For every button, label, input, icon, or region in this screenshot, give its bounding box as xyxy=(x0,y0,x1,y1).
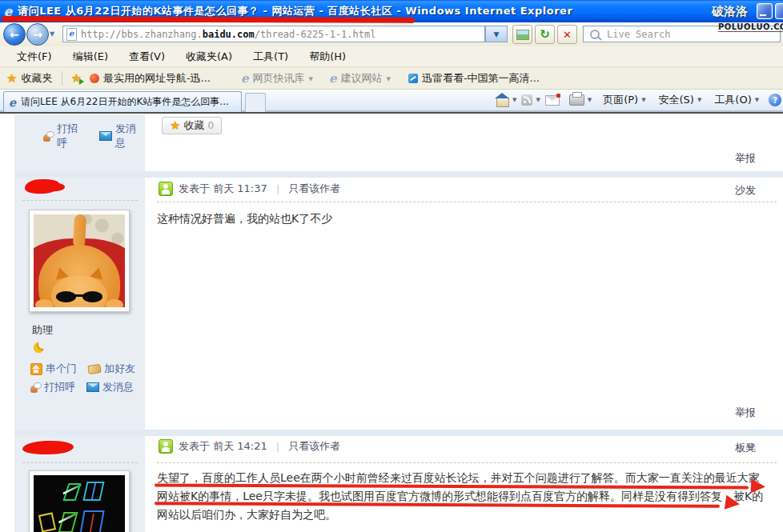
suggested-sites-button[interactable]: 建议网站 xyxy=(340,71,382,86)
page-menu-button[interactable]: 页面(P) xyxy=(603,93,638,107)
minimize-button[interactable] xyxy=(757,3,773,19)
history-dropdown-icon[interactable]: ▼ xyxy=(50,30,54,38)
avatar[interactable] xyxy=(29,470,130,532)
url-prefix: http://bbs.zhanzhang. xyxy=(81,29,203,40)
author-panel-top: 打招呼 发消息 xyxy=(14,114,145,171)
watermark-text: 破洛洛 xyxy=(712,4,748,19)
annotation-arrow-icon xyxy=(725,495,741,511)
favorites-bar: ★ 收藏夹 ★ 最实用的网址导航-迅... e 网页快讯库 ▼ e 建议网站 ▼… xyxy=(0,67,783,90)
favorites-label[interactable]: 收藏夹 xyxy=(21,71,52,86)
annotation-arrow-icon xyxy=(751,479,766,494)
greet-label: 打招呼 xyxy=(57,122,86,150)
post-dashed-divider xyxy=(157,202,777,202)
help-icon[interactable]: ? xyxy=(769,94,781,106)
report-link[interactable]: 举报 xyxy=(735,151,756,166)
print-dropdown-icon[interactable]: ▼ xyxy=(588,97,592,103)
address-dropdown-button[interactable]: ▼ xyxy=(485,26,508,42)
tools-dropdown-icon[interactable]: ▼ xyxy=(755,97,759,103)
menu-edit[interactable]: 编辑(E) xyxy=(62,47,118,66)
floor-label[interactable]: 沙发 xyxy=(735,183,756,198)
post-divider-band xyxy=(14,430,783,436)
back-button[interactable]: ← xyxy=(3,23,26,46)
visit-home-label: 串个门 xyxy=(46,362,77,376)
avatar-paw-shape xyxy=(35,299,53,307)
only-author-link[interactable]: 只看该作者 xyxy=(288,182,340,196)
page-dropdown-icon[interactable]: ▼ xyxy=(641,97,645,103)
post-body: 失望了，百度的工作人员Lee在两个小时前曾经来过百度站长论坛，并对五个问题进行了… xyxy=(157,469,763,524)
tab-bar: e 请问LEE 从6月22日开始的K站事件是怎么回事... ▼ ▼ ▼ 页面(P… xyxy=(0,90,783,112)
favorites-star-icon[interactable]: ★ xyxy=(6,71,17,86)
forward-button[interactable]: → xyxy=(26,23,49,46)
tab-favicon: e xyxy=(9,96,16,109)
favorite-count: 0 xyxy=(207,120,214,131)
post-body: 这种情况好普遍，我的站也K了不少 xyxy=(157,210,332,228)
feed-dropdown-icon: ▼ xyxy=(536,97,540,103)
rss-feed-icon[interactable] xyxy=(521,94,532,106)
house-icon xyxy=(30,363,42,375)
add-friend-link[interactable]: 加好友 xyxy=(88,362,135,376)
address-bar[interactable]: http://bbs.zhanzhang.baidu.com/thread-62… xyxy=(62,26,485,42)
add-favorite-icon[interactable]: ★ xyxy=(70,71,81,86)
handshake-icon xyxy=(87,363,101,374)
only-author-link[interactable]: 只看该作者 xyxy=(288,439,340,454)
chevron-down-icon: ▼ xyxy=(309,76,313,82)
menu-help[interactable]: 帮助(H) xyxy=(299,47,356,66)
user-rank-label: 助理 xyxy=(32,323,53,338)
avatar-paw-shape xyxy=(106,299,123,307)
stop-button[interactable]: ✕ xyxy=(557,25,577,44)
neon-glyph-shape xyxy=(82,482,104,501)
greet-link[interactable]: 打招呼 xyxy=(43,122,86,150)
site-favicon-navigation xyxy=(90,74,99,83)
greet-icon xyxy=(43,131,54,142)
author-icon xyxy=(159,439,173,454)
stop-icon: ✕ xyxy=(563,29,572,41)
command-bar: ▼ ▼ ▼ 页面(P) ▼ 安全(S) ▼ 工具(O) ▼ ? xyxy=(496,90,781,110)
print-icon[interactable] xyxy=(569,94,584,106)
post-divider-band xyxy=(14,171,783,178)
sidebar-dashed-divider xyxy=(22,462,138,463)
menu-view[interactable]: 查看(V) xyxy=(118,47,175,66)
home-icon[interactable] xyxy=(496,98,509,107)
refresh-button[interactable]: ↻ xyxy=(535,25,555,44)
message-label: 发消息 xyxy=(115,122,145,150)
menu-favorites[interactable]: 收藏夹(A) xyxy=(175,47,243,66)
mail-icon[interactable] xyxy=(545,95,560,106)
envelope-icon xyxy=(99,131,112,141)
web-slices-button[interactable]: 网页快讯库 xyxy=(253,71,305,86)
url-text: http://bbs.zhanzhang.baidu.com/thread-62… xyxy=(81,29,375,40)
neon-glyph-shape xyxy=(62,483,81,501)
menu-file[interactable]: 文件(F) xyxy=(6,47,62,66)
visit-home-link[interactable]: 串个门 xyxy=(30,362,77,376)
post-header: 发表于 前天 11:37 | 只看该作者 xyxy=(159,182,340,196)
neon-glyph-shape xyxy=(38,512,56,532)
message-link[interactable]: 发消息 xyxy=(86,380,134,394)
safety-dropdown-icon[interactable]: ▼ xyxy=(697,97,701,103)
sidebar-dashed-divider xyxy=(22,200,138,201)
add-friend-label: 加好友 xyxy=(104,362,135,376)
report-link[interactable]: 举报 xyxy=(735,406,756,420)
chevron-down-icon: ▼ xyxy=(386,76,390,82)
ie-window: e 请问LEE 从6月22日开始的K站事件是怎么回事？ - 网站运营 - 百度站… xyxy=(0,0,783,532)
compatibility-view-button[interactable] xyxy=(512,25,532,44)
favorite-link-xunlei[interactable]: 迅雷看看-中国第一高清... xyxy=(422,71,540,86)
greet-link[interactable]: 打招呼 xyxy=(30,380,75,394)
moon-status-icon xyxy=(34,342,44,353)
neon-avatar-image xyxy=(34,475,125,532)
tools-menu-button[interactable]: 工具(O) xyxy=(714,93,751,107)
greet-label: 打招呼 xyxy=(44,380,75,394)
header-separator: | xyxy=(276,183,279,195)
favorite-thread-button[interactable]: ★ 收藏 0 xyxy=(162,117,222,134)
message-link[interactable]: 发消息 xyxy=(99,122,145,150)
neon-glyph-shape xyxy=(58,512,78,532)
favorite-link-navigation[interactable]: 最实用的网址导航-迅... xyxy=(103,71,211,86)
home-dropdown-icon[interactable]: ▼ xyxy=(512,97,516,103)
menu-tools[interactable]: 工具(T) xyxy=(243,47,299,66)
menu-bar: 文件(F) 编辑(E) 查看(V) 收藏夹(A) 工具(T) 帮助(H) xyxy=(0,46,783,67)
avatar[interactable] xyxy=(29,210,130,312)
new-tab-button[interactable] xyxy=(245,93,266,112)
tab-title: 请问LEE 从6月22日开始的K站事件是怎么回事... xyxy=(21,95,229,109)
maximize-button[interactable] xyxy=(775,3,783,19)
safety-menu-button[interactable]: 安全(S) xyxy=(659,93,694,107)
active-tab[interactable]: e 请问LEE 从6月22日开始的K站事件是怎么回事... xyxy=(3,91,242,112)
floor-label[interactable]: 板凳 xyxy=(735,441,756,455)
